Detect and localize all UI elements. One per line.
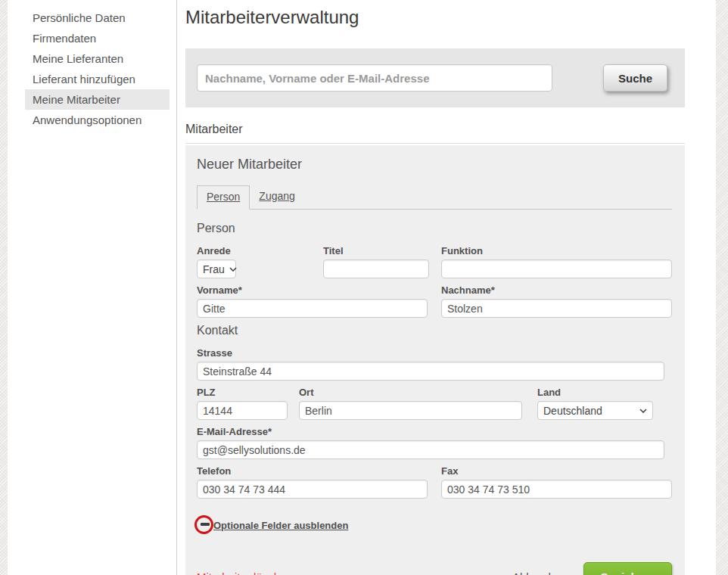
search-button[interactable]: Suche [603,64,667,92]
field-ort: Ort [299,387,537,420]
titel-label: Titel [323,245,441,256]
new-employee-panel: Neuer Mitarbeiter Person Zugang Person A… [185,145,685,575]
field-funktion: Funktion [441,245,672,278]
email-label: E-Mail-Adresse* [197,426,664,437]
titel-input[interactable] [323,260,429,278]
anrede-select[interactable]: Frau [197,260,236,278]
sidebar-item-label: Persönliche Daten [33,11,126,24]
chevron-down-icon [229,267,237,272]
field-plz: PLZ [197,387,299,420]
plz-input[interactable] [197,401,288,420]
tab[interactable]: Zugang [250,185,303,209]
sidebar: Persönliche Daten Firmendaten Meine Lief… [8,0,177,575]
sidebar-item[interactable]: Lieferant hinzufügen [25,69,170,89]
sidebar-item-label: Meine Mitarbeiter [33,93,120,106]
panel-heading: Neuer Mitarbeiter [197,157,672,172]
toggle-optional-fields[interactable]: Optionale Felder ausblenden [197,518,348,532]
sidebar-item-label: Lieferant hinzufügen [33,73,135,85]
tab-bar: Person Zugang [197,185,672,210]
sidebar-menu: Persönliche Daten Firmendaten Meine Lief… [25,8,170,130]
tab-label: Zugang [259,190,294,202]
panel-footer: Mitarbeiter löschen Abbrechen Speichern [197,562,672,575]
field-vorname: Vorname* [197,284,428,318]
field-strasse: Strasse [197,347,664,381]
row-anrede-titel-funktion: Anrede Frau Titel Funktion [197,245,672,278]
fax-label: Fax [441,465,672,477]
row-telefon-fax: Telefon Fax [197,465,672,499]
field-titel: Titel [323,245,441,278]
footer-right-actions: Abbrechen Speichern [512,562,672,575]
toggle-optional-fields-label: Optionale Felder ausblenden [213,520,348,531]
nachname-label: Nachname* [441,284,672,296]
sidebar-item[interactable]: Persönliche Daten [25,8,170,28]
sidebar-item[interactable]: Anwendungsoptionen [25,110,170,130]
tab[interactable]: Person [197,185,250,210]
sidebar-item-label: Anwendungsoptionen [33,113,142,126]
field-land: Land Deutschland [537,387,672,420]
anrede-selected-value: Frau [203,263,225,275]
group-heading-kontakt: Kontakt [197,324,672,337]
field-telefon: Telefon [197,465,428,499]
group-heading-person: Person [197,222,672,235]
sidebar-item[interactable]: Firmendaten [25,28,170,48]
sidebar-item-label: Firmendaten [33,32,96,45]
content-wrapper: Persönliche Daten Firmendaten Meine Lief… [8,0,716,575]
plz-label: PLZ [197,387,299,398]
field-nachname: Nachname* [441,284,672,318]
chevron-down-icon [639,409,647,413]
telefon-label: Telefon [197,465,428,477]
fax-input[interactable] [441,480,672,499]
tab-label: Person [207,191,240,203]
section-heading-mitarbeiter: Mitarbeiter [185,123,685,144]
field-anrede: Anrede Frau [197,245,323,278]
delete-employee-link[interactable]: Mitarbeiter löschen [197,570,293,575]
sidebar-item-label: Meine Lieferanten [33,52,123,65]
cancel-link[interactable]: Abbrechen [512,570,568,575]
row-plz-ort-land: PLZ Ort Land Deutschland [197,387,672,420]
page-title: Mitarbeiterverwaltung [185,6,685,29]
save-button[interactable]: Speichern [583,562,672,575]
row-vorname-nachname: Vorname* Nachname* [197,284,672,318]
ort-input[interactable] [299,401,522,420]
main-content: Mitarbeiterverwaltung Suche Mitarbeiter … [177,0,716,575]
strasse-input[interactable] [197,362,664,381]
nachname-input[interactable] [441,299,672,318]
row-strasse: Strasse [197,347,672,381]
row-email: E-Mail-Adresse* [197,426,672,459]
search-input[interactable] [197,64,552,92]
land-label: Land [537,387,672,398]
funktion-label: Funktion [441,245,672,256]
land-selected-value: Deutschland [543,405,602,417]
search-bar: Suche [185,48,685,107]
vorname-label: Vorname* [197,284,428,296]
ort-label: Ort [299,387,537,398]
funktion-input[interactable] [441,260,672,278]
sidebar-item[interactable]: Meine Lieferanten [25,48,170,69]
minus-icon [201,523,210,526]
land-select[interactable]: Deutschland [537,401,653,420]
email-input[interactable] [197,440,664,459]
field-fax: Fax [441,465,672,499]
anrede-label: Anrede [197,245,323,256]
vorname-input[interactable] [197,299,428,318]
sidebar-item[interactable]: Meine Mitarbeiter [25,89,170,110]
strasse-label: Strasse [197,347,664,359]
telefon-input[interactable] [197,480,428,499]
field-email: E-Mail-Adresse* [197,426,664,459]
